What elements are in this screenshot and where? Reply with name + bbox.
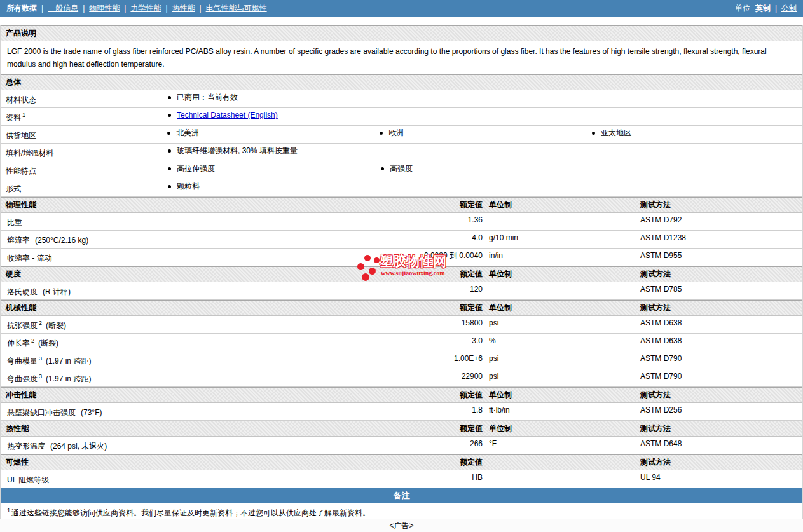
property-name: 伸长率2(断裂) xyxy=(1,336,362,348)
col-header-unit: 单位制 xyxy=(483,200,640,210)
col-header-value: 额定值 xyxy=(362,390,483,400)
col-header-unit xyxy=(483,458,640,467)
section-title: 热性能 xyxy=(1,424,362,433)
top-nav: 所有数据 | 一般信息 | 物理性能 | 力学性能 | 热性能 | 电气性能与可… xyxy=(0,0,803,17)
general-row: 性能特点 高拉伸强度 高强度 xyxy=(1,161,802,179)
property-row: 悬壁梁缺口冲击强度(73°F) 1.8 ft·lb/in ASTM D256 xyxy=(1,403,802,421)
bullet-icon xyxy=(168,114,171,117)
property-value: 1.36 xyxy=(362,215,483,228)
section-header-hardness: 硬度 额定值 单位制 测试方法 xyxy=(1,266,802,282)
section-title: 冲击性能 xyxy=(1,390,362,400)
property-value: 266 xyxy=(362,439,483,451)
col-header-value: 额定值 xyxy=(362,200,483,210)
section-title: 产品说明 xyxy=(1,29,802,38)
property-method: ASTM D256 xyxy=(640,406,802,418)
property-unit xyxy=(483,215,640,228)
property-name: 比重 xyxy=(1,215,362,228)
col-header-method: 测试方法 xyxy=(640,458,802,467)
section-header-product: 产品说明 xyxy=(1,25,802,41)
bullet-icon xyxy=(167,132,170,135)
property-unit: g/10 min xyxy=(483,233,640,245)
section-header-flammability: 可燃性 额定值 测试方法 xyxy=(1,454,802,470)
property-row: 热变形温度(264 psi, 未退火) 266 °F ASTM D648 xyxy=(1,437,802,454)
property-unit: °F xyxy=(483,439,640,451)
section-header-impact: 冲击性能 额定值 单位制 测试方法 xyxy=(1,387,802,403)
property-method: ASTM D790 xyxy=(640,354,802,366)
bullet-icon xyxy=(168,96,171,99)
property-name: 弯曲强度3(1.97 in 跨距) xyxy=(1,372,362,384)
property-name: 洛氏硬度(R 计秤) xyxy=(1,285,362,297)
col-header-unit: 单位制 xyxy=(483,424,640,433)
col-header-unit: 单位制 xyxy=(483,303,640,313)
nav-separator: | xyxy=(124,4,126,13)
col-header-unit: 单位制 xyxy=(483,390,640,400)
nav-item-physical[interactable]: 物理性能 xyxy=(89,3,120,14)
row-value: 玻璃纤维增强材料, 30% 填料按重量 xyxy=(177,146,298,158)
property-unit: psi xyxy=(483,318,640,331)
bullet-icon xyxy=(168,185,171,188)
property-row: UL 阻燃等级 HB UL 94 xyxy=(1,470,802,488)
row-label: 材料状态 xyxy=(1,93,166,105)
row-value: 高拉伸强度 xyxy=(177,164,215,176)
section-title: 物理性能 xyxy=(1,200,362,210)
section-title: 可燃性 xyxy=(1,458,362,467)
general-row: 材料状态 已商用：当前有效 xyxy=(1,90,802,108)
property-row: 比重 1.36 ASTM D792 xyxy=(1,213,802,231)
unit-imperial: 英制 xyxy=(755,3,771,14)
col-header-unit: 单位制 xyxy=(483,269,640,279)
property-row: 收缩率 - 流动 0.0020 到 0.0040 in/in ASTM D955 xyxy=(1,249,802,266)
datasheet-content: 产品说明 LGF 2000 is the trade name of glass… xyxy=(0,25,803,532)
row-label: 资料1 xyxy=(1,111,166,123)
bullet-icon xyxy=(168,149,171,153)
section-header-physical: 物理性能 额定值 单位制 测试方法 xyxy=(1,197,802,213)
property-value: 1.8 xyxy=(362,406,483,418)
section-header-mechanical: 机械性能 额定值 单位制 测试方法 xyxy=(1,300,802,316)
property-name: 悬壁梁缺口冲击强度(73°F) xyxy=(1,406,362,418)
row-label: 形式 xyxy=(1,182,166,194)
row-label: 性能特点 xyxy=(1,164,166,176)
property-value: 1.00E+6 xyxy=(362,354,483,366)
row-value: 已商用：当前有效 xyxy=(177,93,238,105)
general-row: 形式 颗粒料 xyxy=(1,179,802,197)
section-header-general: 总体 xyxy=(1,74,802,90)
nav-separator: | xyxy=(775,4,777,13)
property-row: 洛氏硬度(R 计秤) 120 ASTM D785 xyxy=(1,282,802,300)
section-title: 总体 xyxy=(1,78,802,87)
section-title: 硬度 xyxy=(1,269,362,279)
property-method: ASTM D638 xyxy=(640,318,802,331)
property-value: 4.0 xyxy=(362,233,483,245)
ad-strip: <广告> xyxy=(0,519,803,532)
nav-item-mechanical[interactable]: 力学性能 xyxy=(130,3,161,14)
col-header-method: 测试方法 xyxy=(640,303,802,313)
property-method: UL 94 xyxy=(640,473,802,485)
general-row: 资料1 Technical Datasheet (English) xyxy=(1,108,802,126)
bullet-icon xyxy=(381,167,384,170)
property-method: ASTM D648 xyxy=(640,439,802,451)
property-name: 熔流率(250°C/2.16 kg) xyxy=(1,233,362,245)
unit-metric-link[interactable]: 公制 xyxy=(781,3,797,14)
property-unit: % xyxy=(483,336,640,348)
property-name: UL 阻燃等级 xyxy=(1,473,362,485)
property-name: 收缩率 - 流动 xyxy=(1,251,362,263)
property-value: 120 xyxy=(362,285,483,297)
property-method: ASTM D792 xyxy=(640,215,802,228)
col-header-method: 测试方法 xyxy=(640,269,802,279)
row-value: 颗粒料 xyxy=(177,182,200,194)
nav-item-general-info[interactable]: 一般信息 xyxy=(48,3,78,14)
bullet-icon xyxy=(168,167,171,170)
section-header-thermal: 热性能 额定值 单位制 测试方法 xyxy=(1,421,802,437)
nav-item-all-data: 所有数据 xyxy=(6,3,37,14)
col-header-method: 测试方法 xyxy=(640,424,802,433)
nav-separator: | xyxy=(165,4,167,13)
technical-datasheet-link[interactable]: Technical Datasheet (English) xyxy=(177,111,278,123)
property-row: 熔流率(250°C/2.16 kg) 4.0 g/10 min ASTM D12… xyxy=(1,231,802,249)
property-value: 15800 xyxy=(362,318,483,331)
nav-item-thermal[interactable]: 热性能 xyxy=(172,3,195,14)
property-row: 弯曲模量3(1.97 in 跨距) 1.00E+6 psi ASTM D790 xyxy=(1,351,802,369)
col-header-value: 额定值 xyxy=(362,269,483,279)
nav-item-electrical-flammability[interactable]: 电气性能与可燃性 xyxy=(206,3,267,14)
nav-separator: | xyxy=(200,4,202,13)
row-value: 欧洲 xyxy=(388,128,404,140)
bullet-icon xyxy=(380,132,383,135)
nav-links: 所有数据 | 一般信息 | 物理性能 | 力学性能 | 热性能 | 电气性能与可… xyxy=(6,3,267,14)
